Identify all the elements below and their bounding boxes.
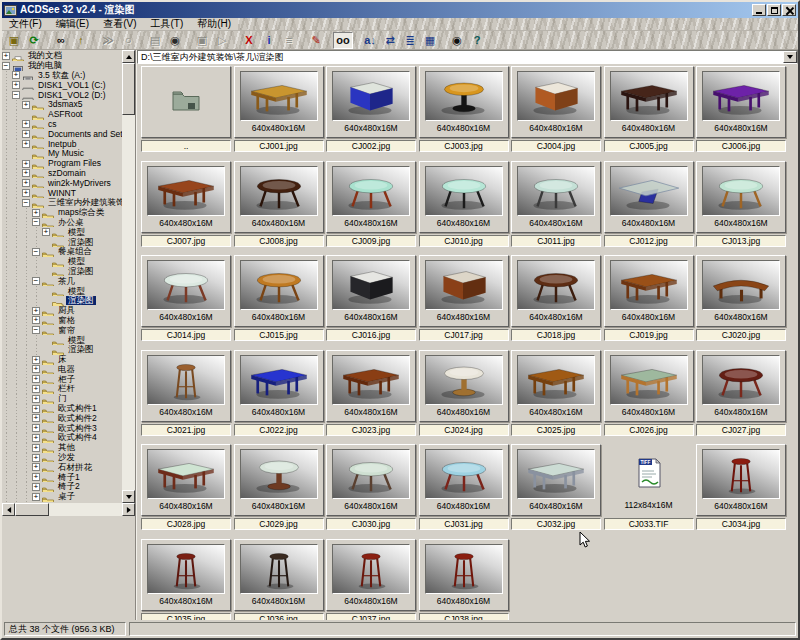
thumbnail-cell[interactable]: 640x480x16MCJ018.jpg [511,255,601,350]
rescan-icon[interactable]: ⇄ [380,32,400,49]
thumbnail-cell[interactable]: 640x480x16MCJ003.jpg [419,66,509,161]
slideshow-icon[interactable]: ≫ [98,32,118,49]
tree-item[interactable]: +欧式构件4 [2,433,122,443]
tree-item[interactable]: 渲染图 [2,296,122,306]
expand-icon[interactable]: + [32,395,40,403]
expand-icon[interactable]: + [22,120,30,128]
parent-folder-cell[interactable]: .. [141,66,231,161]
tree-item[interactable]: +Inetpub [2,139,122,149]
expand-icon[interactable]: + [32,454,40,462]
minimize-button[interactable] [752,4,766,16]
tree-item[interactable]: 渲染图 [2,237,122,247]
thumbnail-cell[interactable]: 640x480x16MCJ031.jpg [419,444,509,539]
thumbnail-cell[interactable]: 640x480x16MCJ025.jpg [511,350,601,445]
full-view-icon[interactable]: ◉ [447,32,467,49]
thumbnail-cell[interactable]: 640x480x16MCJ019.jpg [604,255,694,350]
address-dropdown-button[interactable] [783,51,797,63]
expand-icon[interactable]: + [32,316,40,324]
expand-icon[interactable]: + [12,71,20,79]
tree-item[interactable]: +厨具 [2,306,122,316]
menu-item[interactable]: 查看(V) [96,17,143,31]
expand-icon[interactable]: + [32,356,40,364]
thumbnail-cell[interactable]: 640x480x16MCJ027.jpg [696,350,786,445]
tree-item[interactable]: −三维室内外建筑装饰 [2,198,122,208]
expand-icon[interactable]: + [32,424,40,432]
tree-item[interactable]: +3.5 软盘 (A:) [2,71,122,81]
move-icon[interactable]: ▷ [212,32,232,49]
collapse-icon[interactable]: − [12,91,20,99]
thumbnail-cell[interactable]: 640x480x16MCJ023.jpg [326,350,416,445]
expand-icon[interactable]: + [32,385,40,393]
thumbnail-cell[interactable]: 640x480x16MCJ002.jpg [326,66,416,161]
tree-item[interactable]: −我的电脑 [2,61,122,71]
scroll-thumb[interactable] [15,503,49,516]
thumbnail-cell[interactable]: 640x480x16MCJ004.jpg [511,66,601,161]
thumbnail-cell[interactable]: 640x480x16MCJ011.jpg [511,161,601,256]
thumbnail-cell[interactable]: 640x480x16MCJ032.jpg [511,444,601,539]
expand-icon[interactable]: + [22,169,30,177]
thumbnail-cell[interactable]: 640x480x16MCJ006.jpg [696,66,786,161]
app-icon[interactable] [4,5,17,16]
tree-item[interactable]: +欧式构件3 [2,423,122,433]
properties-icon[interactable]: i [259,32,279,49]
tree-item[interactable]: +欧式构件1 [2,404,122,414]
thumbnail-cell[interactable]: 640x480x16MCJ024.jpg [419,350,509,445]
tree-item[interactable]: ASFRoot [2,110,122,120]
tree-item[interactable]: +cs [2,120,122,130]
menu-item[interactable]: 文件(F) [2,17,49,31]
collapse-icon[interactable]: − [32,277,40,285]
tree-item[interactable]: +电器 [2,365,122,375]
thumbnail-cell[interactable]: 640x480x16MCJ021.jpg [141,350,231,445]
tree-item[interactable]: 模型 [2,286,122,296]
collapse-icon[interactable]: − [22,199,30,207]
address-path[interactable]: D:\三维室内外建筑装饰\茶几\渲染图 [138,51,783,63]
expand-icon[interactable]: + [32,444,40,452]
expand-icon[interactable]: + [22,189,30,197]
expand-icon[interactable]: + [32,307,40,315]
expand-icon[interactable]: + [32,483,40,491]
tree-vertical-scrollbar[interactable] [122,50,135,503]
tree-item[interactable]: −茶几 [2,276,122,286]
menu-item[interactable]: 帮助(H) [190,17,238,31]
thumbnail-cell[interactable]: 640x480x16MCJ022.jpg [234,350,324,445]
thumbnail-cell[interactable]: 640x480x16MCJ037.jpg [326,539,416,621]
browse-icon[interactable]: ▣ [4,32,24,49]
thumbnail-cell[interactable]: 640x480x16MCJ035.jpg [141,539,231,621]
print-icon[interactable]: ▤ [145,32,165,49]
thumbnail-cell[interactable]: 640x480x16MCJ008.jpg [234,161,324,256]
restore-button[interactable] [767,4,781,16]
timer-icon[interactable]: ○ [118,32,138,49]
tree-item[interactable]: +床 [2,355,122,365]
tree-item[interactable]: +3dsmax5 [2,100,122,110]
tree-item[interactable]: +石材拼花 [2,462,122,472]
help-icon[interactable]: ? [467,32,487,49]
thumbnail-cell[interactable]: 640x480x16MCJ034.jpg [696,444,786,539]
close-button[interactable] [782,4,796,16]
thumbnail-cell[interactable]: TIFF112x84x16MCJ033.TIF [604,444,694,539]
up-folder-icon[interactable]: ↑ [71,32,91,49]
thumbnail-cell[interactable]: 640x480x16MCJ030.jpg [326,444,416,539]
tree-item[interactable]: +栏杆 [2,384,122,394]
collapse-icon[interactable]: − [32,248,40,256]
expand-icon[interactable]: + [22,179,30,187]
tree-item[interactable]: +椅子2 [2,482,122,492]
scroll-thumb[interactable] [122,63,135,115]
thumbnail-cell[interactable]: 640x480x16MCJ007.jpg [141,161,231,256]
thumbnail-cell[interactable]: 640x480x16MCJ016.jpg [326,255,416,350]
expand-icon[interactable]: + [32,209,40,217]
thumbnail-cell[interactable]: 640x480x16MCJ014.jpg [141,255,231,350]
details-view-icon[interactable]: ▦ [420,32,440,49]
menu-item[interactable]: 编辑(E) [49,17,96,31]
tree-item[interactable]: +我的文档 [2,51,122,61]
thumbnail-cell[interactable]: 640x480x16MCJ028.jpg [141,444,231,539]
refresh-icon[interactable]: ⟳ [24,32,44,49]
thumbnail-cell[interactable]: 640x480x16MCJ010.jpg [419,161,509,256]
expand-icon[interactable]: + [32,434,40,442]
sort-icon[interactable]: a↓ [360,32,380,49]
tree-item[interactable]: −餐桌组合 [2,247,122,257]
address-bar[interactable]: D:\三维室内外建筑装饰\茶几\渲染图 [137,50,798,64]
tree-item[interactable]: +szDomain [2,169,122,179]
tree-item[interactable]: 渲染图 [2,345,122,355]
expand-icon[interactable]: + [32,375,40,383]
thumbnail-cell[interactable]: 640x480x16MCJ026.jpg [604,350,694,445]
